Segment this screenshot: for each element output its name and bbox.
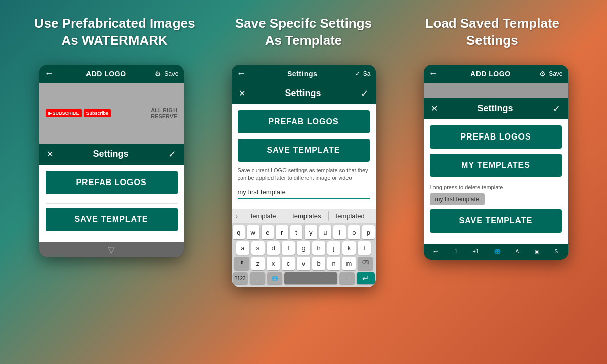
kb-w[interactable]: w <box>247 225 259 239</box>
phone3: ← ADD LOGO ⚙ Save ✕ Settings ✓ PREFAB LO… <box>424 65 568 260</box>
phone3-gear-icon: ⚙ <box>539 70 546 78</box>
kb-d[interactable]: d <box>267 241 280 255</box>
autocomplete-word-2[interactable]: templates <box>285 211 329 221</box>
phone2-check-icon[interactable]: ✓ <box>355 70 360 77</box>
phone3-save-template-btn[interactable]: SAVE TEMPLATE <box>430 209 562 233</box>
kb-period[interactable]: . <box>339 272 355 284</box>
phone3-prefab-btn[interactable]: PREFAB LOGOS <box>430 125 562 149</box>
phone2-topbar-title: Settings <box>250 70 355 78</box>
all-rights-text: ALL RIGHRESERVE <box>151 107 177 119</box>
phone3-globe-icon: 🌐 <box>494 249 500 254</box>
phone2-back-icon: ← <box>237 68 246 79</box>
phone2: ← Settings ✓ Sa ✕ Settings ✓ PREFAB LOGO… <box>232 65 376 288</box>
phone1: ← ADD LOGO ⚙ Save ▶ SUBSCRIBE Subscribe … <box>39 65 184 257</box>
kb-p[interactable]: p <box>362 225 375 239</box>
phone1-close-icon[interactable]: ✕ <box>47 149 53 159</box>
phone2-template-input[interactable]: my first template <box>238 186 370 199</box>
kb-backspace[interactable]: ⌫ <box>358 257 373 270</box>
phone1-preview: ▶ SUBSCRIBE Subscribe ALL RIGHRESERVE <box>39 83 184 144</box>
phone2-save-template-btn[interactable]: SAVE TEMPLATE <box>238 139 370 162</box>
phone3-text-icon[interactable]: A <box>516 249 519 254</box>
kb-a[interactable]: a <box>236 241 249 255</box>
kb-b[interactable]: b <box>312 257 325 270</box>
phone2-modal-check-icon[interactable]: ✓ <box>361 88 368 99</box>
autocomplete-word-3[interactable]: templated <box>329 211 372 221</box>
phone2-modal-title: Settings <box>285 88 321 99</box>
phone3-topbar-actions: ⚙ Save <box>539 70 562 78</box>
phone3-grid-icon[interactable]: ▣ <box>535 249 539 254</box>
kb-e[interactable]: e <box>262 225 274 239</box>
kb-k[interactable]: k <box>342 241 356 255</box>
phone3-minus1-icon[interactable]: -1 <box>453 249 457 254</box>
autocomplete-arrow-icon[interactable]: › <box>236 212 238 220</box>
phone3-my-templates-btn[interactable]: MY TEMPLATES <box>430 154 562 177</box>
kb-n[interactable]: n <box>327 257 340 270</box>
phone3-modal-header: ✕ Settings ✓ <box>424 98 568 119</box>
kb-123[interactable]: ?123 <box>233 272 248 284</box>
kb-v[interactable]: v <box>297 257 310 270</box>
phone3-topbar-title: ADD LOGO <box>442 70 540 78</box>
kb-m[interactable]: m <box>342 257 356 270</box>
kb-z[interactable]: z <box>251 257 265 270</box>
phone2-topbar-actions: ✓ Sa <box>355 70 371 77</box>
phone1-settings-modal: ✕ Settings ✓ PREFAB LOGOS SAVE TEMPLATE <box>39 144 184 242</box>
kb-comma[interactable]: , <box>250 272 265 284</box>
kb-f[interactable]: f <box>282 241 295 255</box>
phone3-bottom-bar: ↩ -1 +1 🌐 A ▣ S <box>424 244 568 260</box>
kb-shift[interactable]: ⬆ <box>234 257 249 270</box>
kb-space[interactable] <box>284 272 337 284</box>
phone3-plus1-icon[interactable]: +1 <box>473 249 479 254</box>
phone2-modal-body: PREFAB LOGOS SAVE TEMPLATE Save current … <box>232 104 376 209</box>
phone1-divider <box>46 203 178 204</box>
kb-o[interactable]: o <box>348 225 361 239</box>
kb-h[interactable]: h <box>312 241 325 255</box>
subscribe-yt-badge: Subscribe <box>84 109 111 117</box>
phone2-description: Save current LOGO settings as template s… <box>238 167 370 183</box>
kb-enter[interactable]: ↵ <box>357 272 375 284</box>
phone3-close-icon[interactable]: ✕ <box>431 104 438 113</box>
phone3-settings-icon[interactable]: S <box>554 249 558 254</box>
phone2-close-icon[interactable]: ✕ <box>239 88 245 98</box>
phone1-prefab-btn[interactable]: PREFAB LOGOS <box>46 171 178 194</box>
subscribe-badges: ▶ SUBSCRIBE Subscribe <box>46 109 111 117</box>
phone3-undo-icon[interactable]: ↩ <box>433 249 438 254</box>
phone3-modal-title: Settings <box>477 103 513 114</box>
phone1-check-icon[interactable]: ✓ <box>168 149 176 160</box>
autocomplete-words: template templates templated <box>242 211 371 221</box>
phone2-save-label[interactable]: Sa <box>363 70 371 77</box>
back-arrow-icon: ← <box>45 68 54 79</box>
phone1-topbar-actions: ⚙ Save <box>155 70 178 78</box>
kb-y[interactable]: y <box>305 225 317 239</box>
phone1-modal-title: Settings <box>93 149 128 159</box>
phone3-long-press-hint: Long press to delete template <box>430 184 562 190</box>
kb-c[interactable]: c <box>282 257 295 270</box>
kb-q[interactable]: q <box>233 225 245 239</box>
kb-u[interactable]: u <box>319 225 332 239</box>
kb-r[interactable]: r <box>276 225 288 239</box>
phone1-save-label[interactable]: Save <box>164 70 178 77</box>
kb-s[interactable]: s <box>251 241 265 255</box>
phone2-prefab-btn[interactable]: PREFAB LOGOS <box>238 110 370 133</box>
phone1-save-template-btn[interactable]: SAVE TEMPLATE <box>46 208 178 231</box>
phone2-modal-header: ✕ Settings ✓ <box>232 83 376 104</box>
kb-x[interactable]: x <box>267 257 280 270</box>
kb-i[interactable]: i <box>333 225 346 239</box>
kb-j[interactable]: j <box>327 241 340 255</box>
phone3-template-chip[interactable]: my first template <box>430 193 485 205</box>
autocomplete-bar: › template templates templated <box>232 209 376 223</box>
phone1-modal-header: ✕ Settings ✓ <box>39 144 184 165</box>
kb-g[interactable]: g <box>297 241 310 255</box>
phone3-modal-body: PREFAB LOGOS MY TEMPLATES Long press to … <box>424 119 568 244</box>
phone3-check-icon[interactable]: ✓ <box>553 103 560 114</box>
kb-l[interactable]: l <box>358 241 371 255</box>
phone2-topbar: ← Settings ✓ Sa <box>232 65 376 83</box>
kb-t[interactable]: t <box>290 225 303 239</box>
keyboard: q w e r t y u i o p a s d f g h j k l <box>232 223 376 287</box>
phone3-save-label[interactable]: Save <box>549 70 562 77</box>
gear-icon: ⚙ <box>155 70 161 78</box>
kb-row-4: ?123 , 🌐 . ↵ <box>233 272 375 284</box>
phone1-home-icon: ▽ <box>108 244 115 255</box>
subscribe-red-badge: ▶ SUBSCRIBE <box>46 109 82 117</box>
kb-globe[interactable]: 🌐 <box>267 272 282 284</box>
autocomplete-word-1[interactable]: template <box>242 211 285 221</box>
